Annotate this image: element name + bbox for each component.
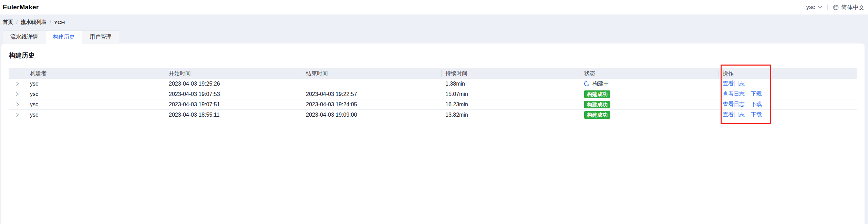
column-header-end-time: 结束时间 [302,68,441,79]
cell-status: 构建中 [580,80,719,87]
download-link[interactable]: 下载 [751,90,762,98]
column-header-actions: 操作 [719,68,857,79]
cell-duration: 13.82min [441,112,580,118]
column-header-status: 状态 [580,68,719,79]
table-body: ysc2023-04-03 19:25:261.38min构建中查看日志ysc2… [9,79,857,120]
chevron-right-icon [16,92,19,96]
column-header-duration: 持续时间 [441,68,580,79]
cell-builder: ysc [26,81,165,87]
breadcrumb: 首页/流水线列表/YCH [3,19,65,26]
status-badge: 构建成功 [584,101,610,108]
table-header-row: 构建者开始时间结束时间持续时间状态操作 [9,68,857,79]
cell-end-time: 2023-04-03 19:09:00 [302,112,441,118]
language-label: 简体中文 [841,3,865,11]
cell-start-time: 2023-04-03 18:55:11 [165,112,302,118]
topbar: EulerMaker ysc 简体中文 [0,0,868,14]
tab-user-management[interactable]: 用户管理 [82,30,119,43]
cell-start-time: 2023-04-03 19:25:26 [165,81,302,87]
breadcrumb-separator: / [16,20,18,25]
cell-status: 构建成功 [580,101,719,108]
breadcrumb-separator: / [50,20,51,25]
app-logo[interactable]: EulerMaker [3,3,39,11]
cell-duration: 1.38min [441,81,580,87]
cell-actions: 查看日志 [719,80,857,87]
topbar-right: ysc 简体中文 [806,3,865,11]
cell-builder: ysc [26,112,165,118]
expand-row-button[interactable] [13,80,21,88]
cell-actions: 查看日志下载 [719,111,857,118]
section-title: 构建历史 [9,51,865,60]
topbar-divider [827,4,828,10]
cell-builder: ysc [26,91,165,97]
download-link[interactable]: 下载 [751,111,762,118]
status-text: 构建中 [592,80,609,87]
view-log-link[interactable]: 查看日志 [723,101,745,108]
chevron-right-icon [16,102,19,107]
cell-duration: 16.23min [441,101,580,108]
cell-end-time: 2023-04-03 19:22:57 [302,91,441,97]
breadcrumb-item: YCH [54,19,65,25]
cell-start-time: 2023-04-03 19:07:51 [165,101,302,108]
view-log-link[interactable]: 查看日志 [723,80,745,87]
chevron-down-icon [817,6,823,9]
language-selector[interactable]: 简体中文 [833,3,865,11]
cell-builder: ysc [26,101,165,108]
cell-start-time: 2023-04-03 19:07:53 [165,91,302,97]
user-menu[interactable]: ysc [806,4,823,11]
table-row: ysc2023-04-03 19:07:532023-04-03 19:22:5… [9,89,857,99]
breadcrumb-item[interactable]: 流水线列表 [21,19,46,26]
cell-status: 构建成功 [580,90,719,98]
username: ysc [806,4,815,11]
cell-status: 构建成功 [580,111,719,119]
tab-pipeline-details[interactable]: 流水线详情 [3,30,45,43]
table-row: ysc2023-04-03 18:55:112023-04-03 19:09:0… [9,110,857,120]
chevron-right-icon [16,81,19,86]
breadcrumb-item[interactable]: 首页 [3,19,13,26]
view-log-link[interactable]: 查看日志 [723,111,745,118]
chevron-right-icon [16,113,19,117]
column-header-expand [9,68,26,79]
tab-build-history[interactable]: 构建历史 [45,30,82,43]
expand-row-button[interactable] [13,111,21,119]
cell-actions: 查看日志下载 [719,101,857,108]
cell-actions: 查看日志下载 [719,90,857,98]
tab-bar: 流水线详情构建历史用户管理 [3,30,119,43]
globe-icon [833,4,839,11]
status-badge: 构建成功 [584,111,610,119]
expand-row-button[interactable] [13,90,21,98]
table-row: ysc2023-04-03 19:25:261.38min构建中查看日志 [9,79,857,89]
download-link[interactable]: 下载 [751,101,762,108]
build-history-table: 构建者开始时间结束时间持续时间状态操作 ysc2023-04-03 19:25:… [9,68,857,120]
content-panel: 构建历史 构建者开始时间结束时间持续时间状态操作 ysc2023-04-03 1… [1,43,865,224]
expand-row-button[interactable] [13,101,21,108]
cell-duration: 15.07min [441,91,580,97]
status-badge: 构建成功 [584,90,610,98]
table-row: ysc2023-04-03 19:07:512023-04-03 19:24:0… [9,99,857,110]
loading-spinner-icon [583,80,590,87]
column-header-start-time: 开始时间 [165,68,302,79]
column-header-builder: 构建者 [26,68,165,79]
view-log-link[interactable]: 查看日志 [723,90,745,98]
cell-end-time: 2023-04-03 19:24:05 [302,101,441,108]
